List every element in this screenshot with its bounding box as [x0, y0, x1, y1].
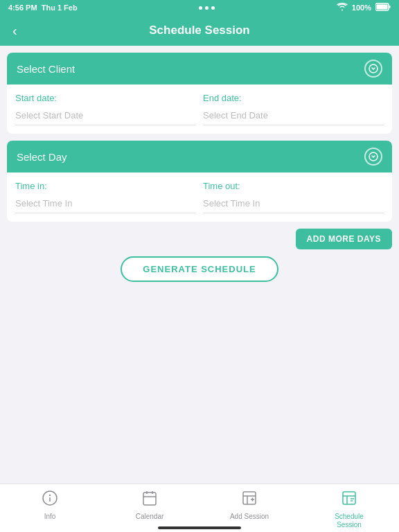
tab-info[interactable]: Info: [0, 490, 100, 521]
time-in-input[interactable]: [15, 194, 196, 213]
select-day-header[interactable]: Select Day: [7, 141, 392, 172]
add-session-icon: [241, 490, 258, 511]
generate-schedule-button[interactable]: GENERATE SCHEDULE: [121, 256, 278, 282]
end-date-input[interactable]: [203, 106, 384, 125]
select-client-title: Select Client: [17, 63, 75, 75]
svg-rect-1: [376, 5, 387, 10]
tab-calendar[interactable]: Calendar: [100, 490, 200, 521]
calendar-icon: [141, 490, 158, 511]
content-area: Select Client Start date: End date: Sele…: [0, 46, 399, 484]
add-more-days-button[interactable]: ADD MORE DAYS: [296, 229, 392, 249]
tab-schedule-session-label: ScheduleSession: [335, 513, 364, 529]
date-fields-row: Start date: End date:: [15, 93, 384, 125]
time-out-label: Time out:: [203, 181, 384, 191]
home-indicator: [158, 526, 241, 529]
tab-bar: Info Calendar Add Session: [0, 484, 399, 532]
start-date-input[interactable]: [15, 106, 196, 125]
date-section-body: Start date: End date:: [7, 85, 392, 134]
time-in-label: Time in:: [15, 181, 196, 191]
select-client-chevron[interactable]: [364, 60, 382, 78]
start-date-label: Start date:: [15, 93, 196, 103]
svg-point-7: [50, 495, 51, 496]
tab-calendar-label: Calendar: [136, 513, 164, 521]
status-center: [199, 6, 215, 10]
time-fields-row: Time in: Time out:: [15, 181, 384, 213]
svg-rect-8: [143, 493, 156, 505]
select-day-title: Select Day: [17, 151, 67, 163]
info-icon: [42, 490, 58, 511]
tab-schedule-session[interactable]: ScheduleSession: [299, 490, 399, 529]
time-out-group: Time out:: [203, 181, 384, 213]
select-client-header[interactable]: Select Client: [7, 53, 392, 85]
status-time: 4:56 PM Thu 1 Feb: [8, 3, 78, 12]
page-title: Schedule Session: [149, 24, 250, 37]
tab-add-session-label: Add Session: [230, 513, 269, 521]
select-day-chevron[interactable]: [364, 148, 382, 166]
svg-rect-17: [343, 492, 355, 504]
schedule-session-icon: [341, 490, 357, 511]
end-date-label: End date:: [203, 93, 384, 103]
svg-rect-12: [243, 492, 256, 504]
battery-percent: 100%: [352, 3, 371, 12]
time-out-input[interactable]: [203, 194, 384, 213]
time-in-group: Time in:: [15, 181, 196, 213]
nav-bar: ‹ Schedule Session: [0, 15, 399, 46]
back-button[interactable]: ‹: [10, 20, 20, 42]
time-section-body: Time in: Time out:: [7, 172, 392, 222]
battery-icon: [375, 3, 391, 12]
add-more-days-row: ADD MORE DAYS: [7, 229, 392, 249]
start-date-group: Start date:: [15, 93, 196, 125]
tab-info-label: Info: [44, 513, 56, 521]
svg-rect-2: [389, 6, 390, 8]
status-right: 100%: [337, 3, 391, 12]
tab-add-session[interactable]: Add Session: [200, 490, 299, 521]
status-bar: 4:56 PM Thu 1 Feb 100%: [0, 0, 399, 15]
end-date-group: End date:: [203, 93, 384, 125]
wifi-icon: [337, 3, 348, 12]
